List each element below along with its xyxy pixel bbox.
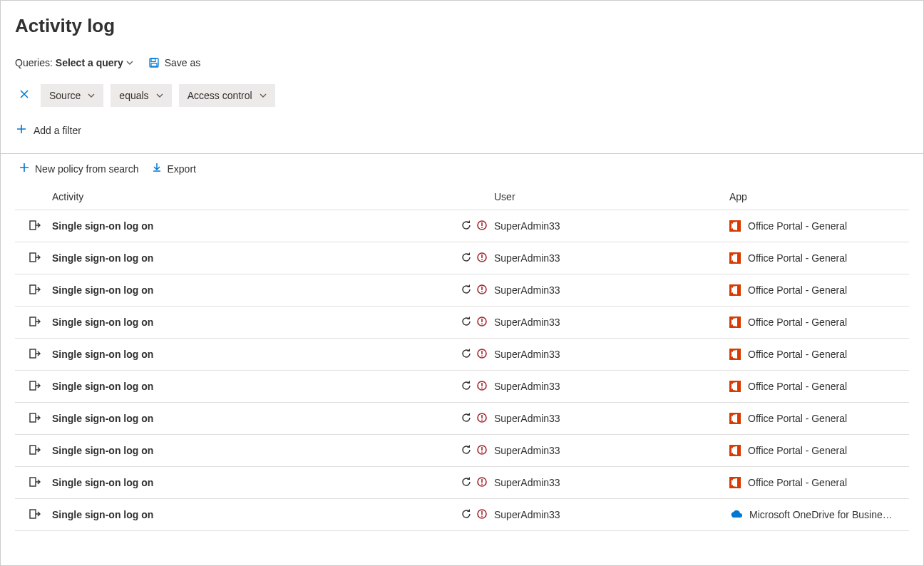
signout-icon (29, 380, 41, 393)
user-label: SuperAdmin33 (494, 413, 560, 424)
alert-icon[interactable] (477, 284, 487, 297)
header-app[interactable]: App (729, 191, 747, 202)
office-icon (729, 252, 741, 264)
table-row[interactable]: Single sign-on log onSuperAdmin33Office … (15, 274, 909, 307)
filter-operator-label: equals (119, 90, 148, 101)
office-icon (729, 220, 741, 232)
user-label: SuperAdmin33 (494, 252, 560, 264)
export-button[interactable]: Export (152, 163, 196, 175)
filter-value-pill[interactable]: Access control (179, 84, 275, 107)
table-row[interactable]: Single sign-on log onSuperAdmin33Office … (15, 403, 909, 435)
signout-icon (29, 476, 41, 490)
app-label: Office Portal - General (748, 220, 847, 232)
activity-label: Single sign-on log on (52, 284, 153, 296)
activity-label: Single sign-on log on (52, 317, 153, 328)
office-icon (729, 477, 741, 488)
alert-icon[interactable] (477, 349, 487, 361)
refresh-icon[interactable] (461, 445, 471, 457)
table-row[interactable]: Single sign-on log onSuperAdmin33Office … (15, 467, 909, 499)
refresh-icon[interactable] (461, 220, 471, 232)
queries-section: Queries: Select a query (15, 57, 133, 68)
queries-label: Queries: (15, 57, 53, 68)
onedrive-icon (729, 510, 742, 520)
app-label: Office Portal - General (748, 252, 847, 264)
alert-icon[interactable] (477, 413, 487, 425)
table-row[interactable]: Single sign-on log onSuperAdmin33Office … (15, 339, 909, 371)
activity-table: Activity User App Single sign-on log onS… (15, 183, 909, 565)
refresh-icon[interactable] (461, 252, 471, 264)
signout-icon (29, 348, 41, 361)
header-activity[interactable]: Activity (52, 191, 83, 202)
refresh-icon[interactable] (461, 509, 471, 521)
refresh-icon[interactable] (461, 317, 471, 329)
app-label: Office Portal - General (748, 284, 847, 296)
activity-label: Single sign-on log on (52, 381, 153, 392)
query-select-label: Select a query (56, 57, 123, 68)
refresh-icon[interactable] (461, 381, 471, 393)
signout-icon (29, 316, 41, 329)
user-label: SuperAdmin33 (494, 509, 560, 520)
app-label: Office Portal - General (748, 445, 847, 456)
chevron-down-icon (260, 92, 267, 99)
activity-label: Single sign-on log on (52, 445, 153, 456)
signout-icon (29, 412, 41, 426)
office-icon (729, 349, 741, 360)
clear-filter-button[interactable] (15, 85, 34, 106)
header-user[interactable]: User (494, 191, 515, 202)
app-label: Office Portal - General (748, 477, 847, 488)
app-label: Office Portal - General (748, 381, 847, 392)
refresh-icon[interactable] (461, 477, 471, 489)
refresh-icon[interactable] (461, 413, 471, 425)
user-label: SuperAdmin33 (494, 349, 560, 360)
user-label: SuperAdmin33 (494, 220, 560, 232)
filter-source-label: Source (49, 90, 81, 101)
table-row[interactable]: Single sign-on log onSuperAdmin33Office … (15, 435, 909, 467)
user-label: SuperAdmin33 (494, 477, 560, 488)
office-icon (729, 413, 741, 424)
filter-row: Source equals Access control (15, 84, 909, 107)
plus-icon (19, 163, 29, 175)
app-label: Office Portal - General (748, 349, 847, 360)
alert-icon[interactable] (477, 445, 487, 457)
query-select-dropdown[interactable]: Select a query (56, 57, 133, 68)
user-label: SuperAdmin33 (494, 445, 560, 456)
table-row[interactable]: Single sign-on log onSuperAdmin33Microso… (15, 499, 909, 531)
new-policy-label: New policy from search (35, 163, 139, 175)
table-row[interactable]: Single sign-on log onSuperAdmin33Office … (15, 371, 909, 403)
activity-label: Single sign-on log on (52, 509, 153, 520)
alert-icon[interactable] (477, 252, 487, 264)
filter-source-pill[interactable]: Source (41, 84, 103, 107)
chevron-down-icon (88, 92, 95, 99)
refresh-icon[interactable] (461, 349, 471, 361)
activity-label: Single sign-on log on (52, 413, 153, 424)
download-icon (152, 163, 162, 175)
table-row[interactable]: Single sign-on log onSuperAdmin33Office … (15, 210, 909, 242)
alert-icon[interactable] (477, 477, 487, 489)
chevron-down-icon (156, 92, 163, 99)
user-label: SuperAdmin33 (494, 284, 560, 296)
office-icon (729, 284, 741, 296)
page-title: Activity log (15, 15, 909, 37)
table-row[interactable]: Single sign-on log onSuperAdmin33Office … (15, 307, 909, 339)
activity-label: Single sign-on log on (52, 477, 153, 488)
office-icon (729, 381, 741, 392)
table-row[interactable]: Single sign-on log onSuperAdmin33Office … (15, 242, 909, 274)
signout-icon (29, 284, 41, 297)
refresh-icon[interactable] (461, 284, 471, 297)
alert-icon[interactable] (477, 381, 487, 393)
user-label: SuperAdmin33 (494, 317, 560, 328)
add-filter-label: Add a filter (34, 125, 81, 136)
save-as-button[interactable]: Save as (149, 57, 201, 68)
export-label: Export (168, 163, 196, 175)
filter-operator-pill[interactable]: equals (111, 84, 171, 107)
actions-row: New policy from search Export (15, 154, 909, 183)
signout-icon (29, 508, 41, 522)
alert-icon[interactable] (477, 317, 487, 329)
activity-label: Single sign-on log on (52, 349, 153, 360)
alert-icon[interactable] (477, 220, 487, 232)
add-filter-button[interactable]: Add a filter (15, 121, 909, 139)
app-label: Office Portal - General (748, 413, 847, 424)
new-policy-button[interactable]: New policy from search (19, 163, 139, 175)
alert-icon[interactable] (477, 509, 487, 521)
filter-value-label: Access control (188, 90, 252, 101)
